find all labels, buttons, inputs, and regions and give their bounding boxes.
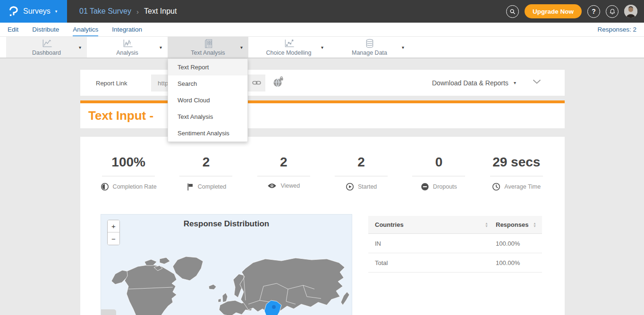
upgrade-now-button[interactable]: Upgrade Now [525, 4, 582, 18]
eye-icon [267, 182, 277, 189]
divider [335, 176, 388, 176]
chevron-down-icon[interactable]: ▾ [240, 45, 243, 50]
product-name: Surveys [23, 7, 51, 16]
report-body-card: 100% Completion Rate 2 [80, 137, 565, 315]
tab-choice-modelling[interactable]: Choice Modelling ▾ [248, 37, 329, 58]
chevron-down-icon[interactable]: ▾ [160, 45, 162, 50]
breadcrumb-survey-link[interactable]: 01 Take Survey [79, 7, 131, 16]
menu-item-word-cloud[interactable]: Word Cloud [168, 92, 247, 108]
menu-item-text-report[interactable]: Text Report [168, 59, 247, 75]
nav-item-distribute[interactable]: Distribute [32, 23, 59, 36]
stat-completion-rate: 100% Completion Rate [90, 137, 167, 191]
search-icon [509, 8, 516, 15]
menu-item-sentiment-analysis[interactable]: Sentiment Analysis [168, 125, 247, 141]
world-map [101, 255, 353, 315]
divider [490, 176, 543, 176]
tab-label: Manage Data [352, 50, 387, 56]
stat-label: Completion Rate [113, 183, 157, 190]
countries-column-header[interactable]: Countries [375, 221, 404, 228]
stats-row: 100% Completion Rate 2 [80, 137, 565, 191]
line-chart-icon [41, 39, 53, 49]
completion-rate-icon [101, 182, 109, 191]
chevron-down-icon[interactable]: ▾ [79, 45, 81, 50]
table-row: Total 100.00% [368, 253, 542, 273]
responses-column-header[interactable]: Responses [496, 221, 528, 228]
responses-cell: 100.00% [496, 240, 536, 247]
stat-label: Viewed [280, 182, 300, 189]
breadcrumb-separator: › [136, 8, 139, 16]
help-button[interactable]: ? [587, 5, 600, 18]
database-icon [364, 39, 376, 49]
survey-nav: Edit Distribute Analytics Integration Re… [0, 23, 644, 36]
collapse-chevron-icon[interactable] [533, 79, 541, 84]
tab-text-analysis[interactable]: Text Analysis ▾ [168, 37, 248, 58]
stat-completed: 2 Completed [167, 137, 245, 191]
country-cell: Total [375, 259, 496, 266]
tab-label: Text Analysis [191, 50, 225, 56]
clock-icon [492, 182, 500, 191]
tab-manage-data[interactable]: Manage Data ▾ [329, 37, 410, 58]
map-title: Response Distribution [101, 219, 352, 229]
nav-item-analytics[interactable]: Analytics [73, 23, 98, 36]
table-row: IN 100.00% [368, 234, 542, 253]
divider [179, 176, 232, 176]
stat-label: Started [358, 183, 377, 190]
tab-label: Analysis [116, 50, 138, 56]
country-cell: IN [375, 240, 496, 247]
tab-dashboard[interactable]: Dashboard ▾ [6, 37, 87, 58]
search-button[interactable] [506, 5, 519, 18]
stat-started: 2 Started [322, 137, 400, 191]
stat-value: 2 [322, 155, 400, 170]
stat-label: Completed [198, 183, 226, 190]
stat-average-time: 29 secs Average Time [478, 137, 555, 191]
text-analysis-dropdown-menu: Text Report Search Word Cloud Text Analy… [168, 58, 248, 142]
notifications-button[interactable] [606, 5, 619, 18]
stat-value: 100% [90, 155, 167, 170]
download-data-reports-label: Download Data & Reports [432, 79, 508, 87]
page-title: Text Input - [88, 108, 153, 123]
text-report-icon [202, 39, 214, 49]
nav-item-edit[interactable]: Edit [8, 23, 18, 36]
sort-icon[interactable]: ▲▼ [533, 222, 536, 228]
stat-dropouts: 0 Dropouts [400, 137, 477, 191]
table-header-row: Countries ▲▼ Responses ▲▼ [368, 216, 542, 234]
minus-circle-icon [421, 182, 429, 191]
map-attribution [101, 309, 116, 315]
countries-table: Countries ▲▼ Responses ▲▼ IN 100.00% Tot… [368, 216, 542, 273]
sort-icon[interactable]: ▲▼ [485, 222, 488, 228]
avatar[interactable] [624, 5, 637, 18]
question-mark-icon: ? [592, 8, 596, 15]
topbar: Surveys ▾ 01 Take Survey › Text Input Up… [0, 0, 644, 23]
copy-link-icon[interactable] [252, 78, 262, 88]
chevron-down-icon[interactable]: ▾ [321, 45, 323, 50]
divider [257, 176, 310, 176]
chevron-down-icon[interactable]: ▾ [402, 45, 404, 50]
divider [412, 176, 465, 176]
stat-value: 2 [245, 155, 322, 170]
stat-value: 29 secs [478, 155, 555, 170]
tab-analysis[interactable]: Analysis ▾ [87, 37, 168, 58]
globe-lock-icon[interactable] [272, 76, 284, 88]
menu-item-text-analysis[interactable]: Text Analysis [168, 108, 247, 125]
topbar-actions: Upgrade Now ? [506, 4, 644, 18]
surveys-menu[interactable]: Surveys ▾ [0, 0, 67, 23]
download-data-reports-dropdown[interactable]: Download Data & Reports ▾ [432, 79, 516, 87]
zoom-out-button[interactable]: − [108, 232, 119, 245]
stat-value: 0 [400, 155, 477, 170]
chevron-down-icon: ▾ [514, 80, 516, 85]
report-link-card: Report Link Download Data & Reports ▾ [80, 70, 565, 96]
stat-label: Dropouts [433, 183, 457, 190]
menu-item-search[interactable]: Search [168, 75, 247, 92]
chevron-down-icon: ▾ [55, 9, 58, 14]
responses-count: Responses: 2 [597, 26, 636, 33]
stat-value: 2 [167, 155, 245, 170]
questionpro-logo-icon [8, 6, 18, 17]
zoom-in-button[interactable]: + [108, 220, 119, 232]
question-title-card: Text Input - [80, 103, 565, 128]
response-distribution-map[interactable]: Response Distribution + − [101, 214, 352, 315]
report-link-label: Report Link [96, 79, 127, 86]
scatter-chart-icon [283, 39, 295, 49]
stat-viewed: 2 Viewed [245, 137, 322, 191]
play-icon [346, 182, 354, 191]
nav-item-integration[interactable]: Integration [112, 23, 142, 36]
